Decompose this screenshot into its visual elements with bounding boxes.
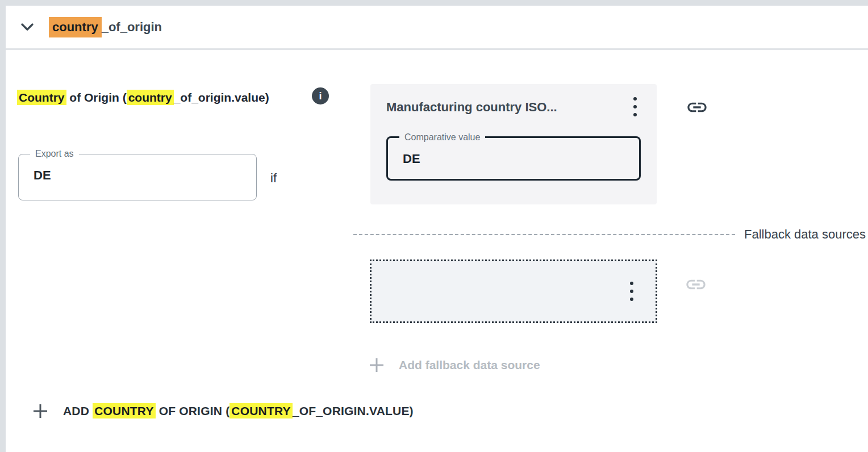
condition-if-label: if: [270, 171, 277, 186]
plus-icon: [368, 357, 385, 374]
attribute-label-mid: of Origin (: [66, 91, 127, 104]
attribute-label: Country of Origin (country_of_origin.val…: [17, 86, 306, 109]
attribute-label-match-2: country: [127, 90, 174, 105]
add-country-of-origin-label: ADD COUNTRY OF ORIGIN (COUNTRY_OF_ORIGIN…: [63, 404, 414, 418]
link-icon: [685, 288, 707, 298]
export-as-input[interactable]: [34, 168, 235, 183]
link-fallback-button-disabled: [685, 273, 707, 296]
comparative-value-label: Comparative value: [399, 132, 485, 143]
info-icon[interactable]: i: [312, 87, 329, 104]
add-label-match-2: COUNTRY: [229, 403, 292, 418]
mapping-panel: country_of_origin Country of Origin (cou…: [6, 6, 868, 452]
kebab-menu-icon[interactable]: [628, 95, 642, 118]
empty-fallback-slot[interactable]: [370, 260, 657, 323]
add-country-of-origin-button[interactable]: ADD COUNTRY OF ORIGIN (COUNTRY_OF_ORIGIN…: [32, 399, 414, 424]
link-icon: [686, 111, 708, 120]
link-data-source-button[interactable]: [686, 96, 708, 119]
section-title-match: country: [49, 17, 102, 37]
export-as-label: Export as: [30, 149, 79, 159]
kebab-menu-icon[interactable]: [625, 280, 639, 303]
attribute-label-rest: _of_origin.value): [174, 91, 269, 104]
chevron-down-icon[interactable]: [20, 20, 35, 35]
add-label-match-1: COUNTRY: [93, 403, 155, 418]
attribute-label-match-1: Country: [17, 90, 66, 105]
primary-data-source-card[interactable]: Manufacturing country ISO... Comparative…: [370, 84, 657, 204]
comparative-value-field: Comparative value: [386, 136, 641, 181]
add-label-rest: _OF_ORIGIN.VALUE): [293, 404, 414, 417]
section-title-rest: _of_origin: [102, 20, 162, 34]
comparative-value-input[interactable]: [403, 152, 616, 166]
add-label-mid: OF ORIGIN (: [156, 404, 230, 417]
section-title: country_of_origin: [49, 20, 162, 35]
add-fallback-data-source-button[interactable]: Add fallback data source: [368, 353, 540, 377]
section-header-country-of-origin[interactable]: country_of_origin: [6, 6, 868, 50]
data-source-title: Manufacturing country ISO...: [386, 100, 617, 115]
add-fallback-label: Add fallback data source: [399, 358, 540, 372]
fallback-divider-label: Fallback data sources: [744, 227, 866, 242]
export-as-field: Export as: [18, 154, 257, 200]
add-label-pre: ADD: [63, 404, 93, 417]
fallback-divider: Fallback data sources: [353, 225, 866, 244]
plus-icon: [32, 403, 48, 419]
dashed-line: [353, 234, 735, 235]
